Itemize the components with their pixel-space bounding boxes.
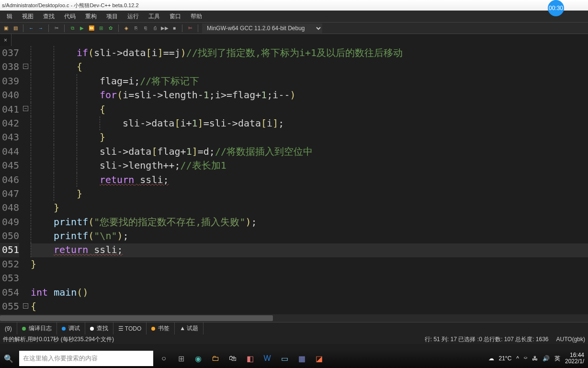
status-cursor-pos: 行: 51 列: 17 已选择 :0 总行数: 107 总长度: 1636 (425, 335, 549, 344)
menu-item[interactable]: 帮助 (186, 11, 207, 23)
code-editor[interactable]: 0370380390400410420430440450460470480490… (0, 46, 588, 314)
file-tab[interactable]: × (0, 34, 11, 46)
weather-icon[interactable]: ☁ (488, 355, 494, 362)
bottom-tab[interactable]: ☰ TODO (113, 322, 147, 334)
code-line[interactable]: } (31, 130, 588, 144)
scrollbar-thumb[interactable] (0, 315, 273, 321)
code-line[interactable]: sli->length++;//表长加1 (31, 159, 588, 172)
network-icon[interactable]: 🖧 (532, 355, 538, 362)
titlebar: s/Administrator/Desktop/oo.c - 小熊猫Dev-C+… (0, 0, 588, 11)
rebuild-icon[interactable]: ⊞ (97, 24, 105, 32)
code-line[interactable]: if(sli->data[i]==j)//找到了指定数,将下标为i+1及以后的数… (31, 46, 588, 60)
menu-item[interactable]: 项目 (102, 11, 123, 23)
app-icon[interactable]: ◧ (241, 350, 259, 367)
line-gutter: 0370380390400410420430440450460470480490… (0, 46, 22, 314)
code-line[interactable]: } (31, 257, 588, 271)
menu-item[interactable]: 工具 (144, 11, 165, 23)
menu-item[interactable]: 代码 (59, 11, 80, 23)
wifi-icon[interactable]: ⌔ (524, 355, 527, 362)
status-encoding: AUTO(gbk) (556, 336, 585, 343)
clock-date[interactable]: 2022/1/ (565, 358, 584, 365)
task-view-icon[interactable]: ⊞ (172, 350, 190, 367)
code-line[interactable]: { (31, 299, 588, 313)
code-line[interactable]: } (31, 187, 588, 201)
chevron-up-icon[interactable]: ^ (516, 355, 519, 362)
code-line[interactable]: flag=i;//将下标记下 (31, 74, 588, 88)
bottom-panel-tabs: (9) 编译日志调试查找☰ TODO书签▲ 试题 (0, 322, 588, 334)
compiler-select[interactable]: MinGW-w64 GCC 11.2.0 64-bit Debug (202, 23, 322, 33)
debug-icon[interactable]: ✿ (107, 24, 114, 32)
breakpoint-icon[interactable]: ◈ (123, 24, 130, 32)
build-run-icon[interactable]: ⏩ (88, 24, 95, 32)
folder-icon[interactable]: ▣ (2, 24, 10, 32)
code-line[interactable]: return ssli; (31, 173, 588, 187)
arrow-right-icon[interactable]: → (37, 24, 45, 32)
menu-item[interactable]: 视图 (17, 11, 38, 23)
toolbar: ▣ ▤ ← → ✂ ⧉ ▶ ⏩ ⊞ ✿ ◈ ⎘ ⎗ ⎙ ▶▶ ■ ✄ MinGW… (0, 22, 588, 34)
edge-icon[interactable]: ◉ (190, 350, 207, 367)
menu-item[interactable]: 窗口 (165, 11, 186, 23)
cut2-icon[interactable]: ✄ (186, 24, 194, 32)
menu-item[interactable]: 查找 (38, 11, 59, 23)
cut-icon[interactable]: ✂ (53, 24, 60, 32)
devcpp-icon[interactable]: ◪ (310, 350, 328, 367)
issues-count[interactable]: (9) (0, 322, 17, 334)
store-icon[interactable]: 🛍 (224, 350, 241, 367)
fold-icon[interactable] (23, 106, 28, 111)
bottom-tab[interactable]: 书签 (147, 322, 175, 334)
code-line[interactable]: { (31, 60, 588, 74)
code-line[interactable]: printf("\n"); (31, 229, 588, 243)
notepad-icon[interactable]: ▭ (276, 350, 293, 367)
close-icon[interactable]: × (4, 37, 7, 44)
menu-item[interactable]: 运行 (123, 11, 144, 23)
code-line[interactable]: } (31, 201, 588, 215)
titlebar-path: s/Administrator/Desktop/oo.c - 小熊猫Dev-C+… (2, 2, 139, 9)
code-line[interactable]: return ssli; (31, 243, 588, 257)
word-icon[interactable]: W (259, 350, 276, 367)
record-badge: 00:30 (548, 0, 564, 16)
cortana-icon[interactable]: ○ (155, 350, 172, 367)
bottom-tab[interactable]: 编译日志 (17, 322, 57, 334)
ime-indicator[interactable]: 英 (554, 355, 560, 363)
code-line[interactable] (31, 271, 588, 285)
windows-taskbar[interactable]: 🔍 在这里输入你要搜索的内容 ○ ⊞ ◉ 🗀 🛍 ◧ W ▭ ▦ ◪ ☁ 21°… (0, 349, 588, 368)
continue-icon[interactable]: ▶▶ (161, 24, 169, 32)
menu-item[interactable]: 辑 (2, 11, 17, 23)
fold-column[interactable] (22, 46, 31, 314)
code-line[interactable]: int main() (31, 286, 588, 299)
volume-icon[interactable]: 🔊 (543, 355, 550, 362)
code-line[interactable]: { (31, 103, 588, 116)
fold-icon[interactable] (23, 64, 28, 69)
bottom-tab[interactable]: ▲ 试题 (175, 322, 204, 334)
windows-search-input[interactable]: 在这里输入你要搜索的内容 (19, 351, 153, 366)
build-icon[interactable]: ⧉ (68, 24, 76, 32)
step-over-icon[interactable]: ⎘ (132, 24, 140, 32)
bottom-tab[interactable]: 查找 (85, 322, 113, 334)
code-line[interactable]: sli->data[i+1]=sli->data[i]; (31, 116, 588, 130)
run-icon[interactable]: ▶ (78, 24, 86, 32)
stop-icon[interactable]: ■ (170, 24, 178, 32)
status-bar: 件的解析,用时0.017秒 (每秒235.294个文件) 行: 51 列: 17… (0, 334, 588, 344)
code-line[interactable]: printf("您要找的指定数不存在,插入失败"); (31, 215, 588, 229)
step-out-icon[interactable]: ⎙ (151, 24, 159, 32)
menu-item[interactable]: 重构 (80, 11, 102, 23)
horizontal-scrollbar[interactable] (0, 314, 588, 322)
arrow-left-icon[interactable]: ← (27, 24, 35, 32)
fold-icon[interactable] (23, 303, 28, 309)
folder-open-icon[interactable]: ▤ (11, 24, 19, 32)
code-line[interactable]: for(i=sli->length-1;i>=flag+1;i--) (31, 88, 588, 102)
code-line[interactable]: sli->data[flag+1]=d;//将数据插入到空位中 (31, 145, 588, 159)
weather-temp: 21°C (499, 355, 512, 362)
app2-icon[interactable]: ▦ (293, 350, 310, 367)
step-into-icon[interactable]: ⎗ (142, 24, 149, 32)
system-tray[interactable]: ☁ 21°C ^ ⌔ 🖧 🔊 英 16:44 2022/1/ (488, 352, 588, 365)
main-menu[interactable]: 辑视图查找代码重构项目运行工具窗口帮助 (0, 11, 588, 22)
bottom-tab[interactable]: 调试 (57, 322, 85, 334)
tab-bar: × (0, 34, 588, 46)
search-icon[interactable]: 🔍 (0, 350, 17, 367)
code-area[interactable]: if(sli->data[i]==j)//找到了指定数,将下标为i+1及以后的数… (31, 46, 588, 314)
status-parse-info: 件的解析,用时0.017秒 (每秒235.294个文件) (3, 335, 114, 344)
explorer-icon[interactable]: 🗀 (207, 350, 224, 367)
